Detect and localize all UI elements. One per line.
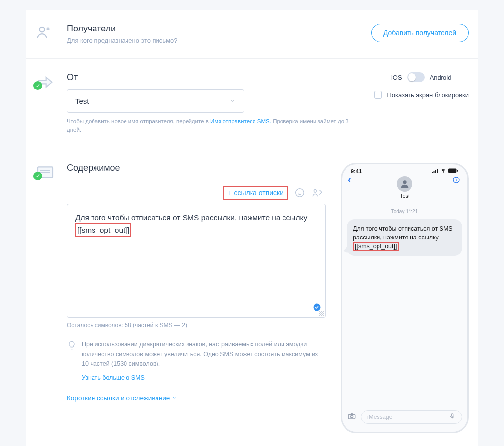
svg-rect-14 bbox=[348, 414, 355, 419]
learn-more-sms-link[interactable]: Узнать больше о SMS bbox=[82, 373, 145, 383]
svg-rect-16 bbox=[451, 414, 453, 416]
imessage-input[interactable]: iMessage bbox=[361, 410, 462, 424]
char-counter: Осталось символов: 58 (частей в SMS — 2) bbox=[67, 322, 326, 328]
lockscreen-checkbox[interactable] bbox=[374, 91, 382, 99]
svg-rect-6 bbox=[434, 171, 435, 173]
svg-point-15 bbox=[350, 416, 353, 418]
content-heading: Содержимое bbox=[67, 163, 326, 173]
check-badge-icon: ✓ bbox=[33, 172, 42, 180]
svg-rect-5 bbox=[432, 172, 433, 173]
emoji-icon[interactable] bbox=[294, 187, 305, 198]
signal-icon bbox=[432, 168, 439, 174]
svg-point-0 bbox=[39, 27, 45, 32]
recipients-section: Получатели Для кого предназначено это пи… bbox=[26, 10, 478, 59]
person-tag-icon[interactable] bbox=[311, 187, 323, 198]
os-toggle: iOS Android bbox=[391, 72, 451, 82]
resize-grip[interactable] bbox=[319, 311, 324, 316]
svg-point-3 bbox=[314, 189, 316, 192]
chevron-down-icon bbox=[230, 97, 236, 105]
phone-statusbar: 9:41 bbox=[342, 164, 467, 174]
svg-rect-8 bbox=[437, 169, 438, 173]
os-toggle-switch[interactable] bbox=[407, 72, 425, 82]
battery-icon bbox=[448, 168, 458, 174]
phone-header: ‹ Test bbox=[342, 174, 467, 204]
mic-icon[interactable] bbox=[449, 413, 456, 421]
statusbar-time: 9:41 bbox=[351, 168, 362, 174]
chevron-down-icon bbox=[172, 395, 177, 400]
svg-rect-7 bbox=[435, 170, 436, 173]
people-plus-icon bbox=[35, 35, 53, 43]
sender-name-link[interactable]: Имя отправителя SMS. bbox=[210, 119, 271, 124]
message-timestamp: Today 14:21 bbox=[347, 209, 462, 214]
phone-input-bar: iMessage bbox=[342, 405, 467, 432]
recipients-subtext: Для кого предназначено это письмо? bbox=[67, 37, 361, 44]
short-links-tracking-link[interactable]: Короткие ссылки и отслеживание bbox=[67, 394, 177, 402]
back-button[interactable]: ‹ bbox=[348, 174, 351, 185]
sender-select-value: Test bbox=[75, 97, 89, 105]
svg-rect-10 bbox=[448, 168, 456, 173]
svg-point-12 bbox=[403, 180, 406, 184]
android-label: Android bbox=[430, 74, 452, 81]
content-toolbar: + ссылка отписки bbox=[67, 186, 326, 200]
ios-label: iOS bbox=[391, 74, 402, 81]
sms-bubble: Для того чтобы отписаться от SMS рассылк… bbox=[347, 219, 462, 256]
check-badge-icon: ✓ bbox=[33, 81, 42, 90]
add-recipients-button[interactable]: Добавить получателей bbox=[371, 24, 469, 42]
sender-help-text: Чтобы добавить новое имя отправителя, пе… bbox=[67, 118, 364, 135]
svg-point-2 bbox=[296, 188, 304, 197]
phone-preview: 9:41 bbox=[341, 163, 469, 433]
contact-name: Test bbox=[342, 193, 467, 199]
content-section: ✓ Содержимое + ссылка отписки bbox=[26, 149, 478, 446]
svg-rect-11 bbox=[457, 170, 458, 172]
lockscreen-option: Показать экран блокировки bbox=[374, 91, 469, 99]
from-heading: От bbox=[67, 72, 364, 83]
svg-point-4 bbox=[314, 303, 321, 311]
add-unsub-link-button[interactable]: + ссылка отписки bbox=[223, 186, 288, 200]
recipients-heading: Получатели bbox=[67, 24, 361, 34]
hint-text: При использовании диакритических знаков,… bbox=[82, 339, 326, 383]
lightbulb-icon bbox=[67, 340, 77, 383]
phone-messages-body: Today 14:21 Для того чтобы отписаться от… bbox=[342, 204, 467, 261]
lockscreen-label: Показать экран блокировки bbox=[387, 91, 469, 99]
sender-select[interactable]: Test bbox=[67, 89, 244, 113]
camera-icon[interactable] bbox=[347, 412, 357, 422]
sms-content-text: Для того чтобы отписаться от SMS рассылк… bbox=[75, 212, 317, 237]
opt-out-token: [[sms_opt_out]] bbox=[75, 223, 131, 237]
svg-point-9 bbox=[443, 172, 444, 172]
info-button[interactable] bbox=[452, 176, 460, 185]
bubble-opt-out-token: [[sms_opt_out]] bbox=[353, 242, 399, 251]
from-section: ✓ От Test Чтобы добавить новое имя отпра… bbox=[26, 59, 478, 149]
avatar bbox=[397, 176, 412, 192]
sms-content-textarea[interactable]: Для того чтобы отписаться от SMS рассылк… bbox=[67, 204, 326, 318]
wifi-icon bbox=[440, 168, 447, 174]
